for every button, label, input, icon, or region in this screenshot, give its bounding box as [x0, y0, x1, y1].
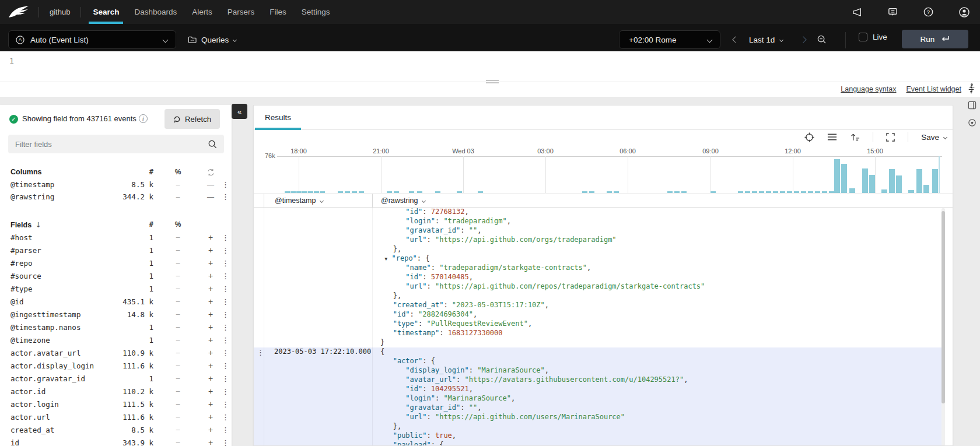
kebab-menu-icon[interactable]: ⋮: [219, 192, 232, 201]
time-zoom-out-icon[interactable]: [817, 34, 827, 44]
histogram-bar[interactable]: [916, 169, 922, 193]
kebab-menu-icon[interactable]: ⋮: [219, 323, 232, 332]
field-row[interactable]: @id435.1 k–+⋮: [0, 295, 232, 308]
sync-columns-icon[interactable]: [202, 168, 219, 176]
kebab-menu-icon[interactable]: ⋮: [219, 336, 232, 345]
histogram-bar[interactable]: [738, 191, 743, 193]
histogram-bar[interactable]: [841, 164, 847, 193]
histogram-bar[interactable]: [787, 191, 792, 193]
field-row[interactable]: #repo1–+⋮: [0, 257, 232, 269]
kebab-menu-icon[interactable]: ⋮: [219, 272, 232, 280]
add-field-icon[interactable]: +: [202, 374, 219, 383]
kebab-menu-icon[interactable]: ⋮: [219, 297, 232, 306]
field-row[interactable]: @timezone1–+⋮: [0, 333, 232, 346]
kebab-menu-icon[interactable]: ⋮: [219, 259, 232, 268]
row-density-icon[interactable]: [827, 133, 837, 141]
field-row[interactable]: actor.login111.5 k–+⋮: [0, 398, 232, 410]
histogram-bar[interactable]: [314, 191, 319, 193]
editor-resize-handle[interactable]: [486, 80, 499, 85]
histogram-bar[interactable]: [387, 191, 392, 193]
histogram-bar[interactable]: [667, 191, 673, 193]
filter-fields-input[interactable]: [8, 135, 224, 153]
refetch-button[interactable]: Refetch: [164, 109, 220, 129]
add-field-icon[interactable]: +: [202, 399, 219, 409]
nav-item-parsers[interactable]: Parsers: [228, 0, 255, 24]
vertical-scrollbar[interactable]: [942, 208, 945, 446]
histogram-bar[interactable]: [896, 175, 902, 193]
run-button[interactable]: Run: [902, 30, 968, 48]
histogram-bar[interactable]: [780, 191, 785, 193]
histogram-bar[interactable]: [589, 191, 594, 193]
histogram-bar[interactable]: [359, 191, 364, 193]
add-field-icon[interactable]: +: [202, 412, 219, 422]
field-row[interactable]: actor.url111.6 k–+⋮: [0, 410, 232, 423]
add-field-icon[interactable]: +: [202, 438, 219, 446]
crowdstrike-falcon-logo-icon[interactable]: [8, 5, 29, 20]
add-field-icon[interactable]: +: [202, 245, 219, 255]
histogram-bar[interactable]: [338, 191, 343, 193]
fullscreen-icon[interactable]: [886, 133, 895, 142]
timezone-dropdown[interactable]: +02:00 Rome: [619, 30, 720, 49]
live-checkbox[interactable]: [859, 33, 867, 41]
account-icon[interactable]: [958, 6, 970, 18]
time-range-dropdown[interactable]: Last 1d: [749, 30, 783, 49]
histogram-bar[interactable]: [435, 191, 440, 193]
histogram-bar[interactable]: [808, 191, 813, 193]
add-field-icon[interactable]: +: [202, 233, 219, 242]
histogram-bar[interactable]: [801, 191, 806, 193]
nav-item-alerts[interactable]: Alerts: [192, 0, 212, 24]
histogram-bar[interactable]: [352, 191, 357, 193]
event-row[interactable]: "id": 72768132, "login": "tradeparadigm"…: [254, 208, 943, 347]
histogram-bar[interactable]: [290, 191, 296, 193]
event-row[interactable]: ⋮2023-05-03 17:22:10.000{ "actor": { "di…: [254, 347, 943, 446]
field-row[interactable]: #type1–+⋮: [0, 282, 232, 295]
histogram-bar[interactable]: [745, 191, 750, 193]
histogram-bar[interactable]: [829, 191, 834, 193]
histogram-bar[interactable]: [285, 191, 290, 193]
column-row[interactable]: @rawstring344.2 k–—⋮: [0, 191, 232, 203]
field-row[interactable]: id343.9 k–+⋮: [0, 436, 232, 446]
histogram-bar[interactable]: [614, 191, 619, 193]
histogram-bar[interactable]: [674, 191, 680, 193]
info-icon[interactable]: i: [139, 114, 148, 123]
add-field-icon[interactable]: +: [202, 335, 219, 345]
kebab-menu-icon[interactable]: ⋮: [219, 285, 232, 293]
feedback-icon[interactable]: [887, 6, 898, 17]
remove-column-icon[interactable]: —: [202, 181, 219, 189]
histogram-bar[interactable]: [457, 191, 462, 193]
histogram-bar[interactable]: [834, 159, 840, 193]
query-editor[interactable]: 1: [0, 51, 980, 82]
crosshair-icon[interactable]: [804, 132, 814, 142]
histogram-bar[interactable]: [773, 191, 778, 193]
histogram-bar[interactable]: [815, 191, 820, 193]
kebab-menu-icon[interactable]: ⋮: [219, 310, 232, 319]
histogram-bar[interactable]: [862, 168, 868, 193]
histogram-bar[interactable]: [923, 185, 929, 193]
histogram-bar[interactable]: [869, 175, 875, 193]
histogram-bar[interactable]: [881, 189, 887, 193]
language-syntax-link[interactable]: Language syntax: [841, 85, 896, 93]
field-row[interactable]: created_at8.5 k–+⋮: [0, 423, 232, 436]
time-step-forward-button[interactable]: [796, 31, 811, 48]
add-field-icon[interactable]: +: [202, 348, 219, 357]
add-field-icon[interactable]: +: [202, 387, 219, 396]
histogram-bar[interactable]: [302, 191, 307, 193]
add-field-icon[interactable]: +: [202, 271, 219, 280]
announcements-icon[interactable]: [852, 6, 863, 17]
histogram-bar[interactable]: [759, 191, 764, 193]
kebab-menu-icon[interactable]: ⋮: [219, 413, 232, 422]
column-row[interactable]: @timestamp8.5 k–—⋮: [0, 178, 232, 191]
histogram-bar[interactable]: [582, 191, 587, 193]
add-field-icon[interactable]: +: [202, 425, 219, 434]
time-step-back-button[interactable]: [728, 31, 743, 48]
histogram-bar[interactable]: [607, 191, 612, 193]
field-row[interactable]: actor.avatar_url110.9 k–+⋮: [0, 346, 232, 359]
help-icon[interactable]: ?: [923, 6, 934, 17]
histogram-bar[interactable]: [766, 191, 771, 193]
histogram-bar[interactable]: [345, 191, 350, 193]
histogram-bar[interactable]: [932, 169, 938, 193]
add-field-icon[interactable]: +: [202, 258, 219, 268]
histogram-bar[interactable]: [710, 191, 716, 193]
kebab-menu-icon[interactable]: ⋮: [219, 438, 232, 446]
nav-item-files[interactable]: Files: [270, 0, 286, 24]
